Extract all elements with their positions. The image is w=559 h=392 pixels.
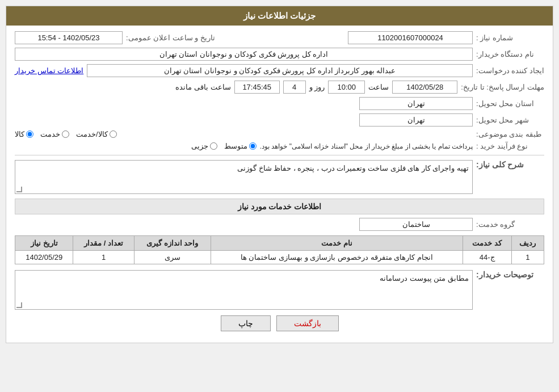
city-row: شهر محل تحویل: تهران xyxy=(15,113,544,127)
table-cell-unit: سری xyxy=(134,251,211,264)
deadline-label: مهلت ارسال پاسخ: تا تاریخ: xyxy=(461,83,544,91)
process-option-2-label: متوسط xyxy=(224,142,247,150)
announce-label: تاریخ و ساعت اعلان عمومی: xyxy=(126,33,215,42)
category-option-2-label: خدمت xyxy=(40,130,60,138)
service-group-row: گروه خدمت: ساختمان xyxy=(15,218,544,231)
divider-1 xyxy=(15,155,544,155)
category-radio-group: کالا/خدمت خدمت کالا xyxy=(15,130,473,138)
service-group-label: گروه خدمت: xyxy=(476,220,544,229)
creator-value: عبداله بهور کاربرداز اداره کل پرورش فکری… xyxy=(87,64,473,77)
deadline-days-label: روز و xyxy=(309,83,325,91)
deadline-time-label: ساعت xyxy=(368,83,389,91)
process-option-1: جزیی xyxy=(191,142,217,150)
need-number-value: 1102001607000024 xyxy=(348,31,473,44)
buyer-desc-box: مطابق متن پیوست درسامانه xyxy=(15,270,473,310)
table-cell-code: ج-44 xyxy=(463,251,511,264)
deadline-days: 4 xyxy=(283,81,306,94)
buyer-desc-label: توصیحات خریدار: xyxy=(476,270,544,279)
deadline-row: مهلت ارسال پاسخ: تا تاریخ: 1402/05/28 سا… xyxy=(15,81,544,94)
creator-label: ایجاد کننده درخواست: xyxy=(476,66,544,75)
table-row: 1ج-44انجام کارهای متفرقه درخصوص بازسازی … xyxy=(15,251,544,264)
process-radio-mota[interactable] xyxy=(249,142,257,150)
back-button[interactable]: بازگشت xyxy=(276,315,339,331)
process-radio-group: متوسط جزیی xyxy=(15,142,257,150)
buyer-org-row: نام دستگاه خریدار: اداره کل پرورش فکری ک… xyxy=(15,48,544,61)
category-option-2: خدمت xyxy=(40,130,69,138)
deadline-date: 1402/05/28 xyxy=(392,81,457,94)
description-text: تهیه واجرای کار های فلزی ساخت وتعمیرات د… xyxy=(237,164,469,172)
category-option-1: کالا xyxy=(15,130,33,138)
col-qty: تعداد / مقدار xyxy=(73,236,134,251)
city-value: تهران xyxy=(359,113,473,127)
table-cell-row: 1 xyxy=(511,251,544,264)
category-option-3-label: کالا/خدمت xyxy=(76,130,108,138)
col-unit: واحد اندازه گیری xyxy=(134,236,211,251)
buyer-org-label: نام دستگاه خریدار: xyxy=(476,50,544,58)
description-row: شرح کلی نیاز: تهیه واجرای کار های فلزی س… xyxy=(15,160,544,194)
process-radio-jozi[interactable] xyxy=(210,142,217,150)
announce-value: 1402/05/23 - 15:54 xyxy=(15,31,123,44)
city-label: شهر محل تحویل: xyxy=(476,116,544,124)
buyer-desc-row: توصیحات خریدار: مطابق متن پیوست درسامانه xyxy=(15,270,544,310)
buyer-org-value: اداره کل پرورش فکری کودکان و نوجوانان اس… xyxy=(15,48,473,61)
process-option-1-label: جزیی xyxy=(191,142,208,150)
table-cell-date: 1402/05/29 xyxy=(15,251,73,264)
print-button[interactable]: چاپ xyxy=(221,315,271,331)
table-cell-qty: 1 xyxy=(73,251,134,264)
process-note: پرداخت تمام یا بخشی از مبلغ خریدار از مح… xyxy=(260,142,473,150)
process-row: نوع فرآیند خرید : پرداخت تمام یا بخشی از… xyxy=(15,142,544,150)
services-section-title: اطلاعات خدمات مورد نیاز xyxy=(15,199,544,214)
page-title: جزئیات اطلاعات نیاز xyxy=(6,6,553,26)
deadline-remaining: 17:45:45 xyxy=(234,81,280,94)
col-code: کد خدمت xyxy=(463,236,511,251)
page-wrapper: جزئیات اطلاعات نیاز شماره نیاز : 1102001… xyxy=(0,0,559,392)
col-name: نام خدمت xyxy=(211,236,463,251)
description-box: تهیه واجرای کار های فلزی ساخت وتعمیرات د… xyxy=(15,160,473,194)
deadline-time: 10:00 xyxy=(328,81,365,94)
process-option-2: متوسط xyxy=(224,142,257,150)
buyer-desc-text: مطابق متن پیوست درسامانه xyxy=(380,274,469,283)
category-option-1-label: کالا xyxy=(15,130,24,138)
content-area: شماره نیاز : 1102001607000024 تاریخ و سا… xyxy=(6,26,553,343)
creator-row: ایجاد کننده درخواست: عبداله بهور کاربردا… xyxy=(15,64,544,77)
creator-contact-link[interactable]: اطلاعات تماس خریدار xyxy=(15,66,83,75)
province-row: استان محل تحویل: تهران xyxy=(15,97,544,110)
service-group-value: ساختمان xyxy=(359,218,473,231)
deadline-remaining-label: ساعت باقی مانده xyxy=(175,83,230,91)
need-number-row: شماره نیاز : 1102001607000024 تاریخ و سا… xyxy=(15,31,544,44)
col-date: تاریخ نیاز xyxy=(15,236,73,251)
category-radio-khadmat[interactable] xyxy=(62,130,69,138)
col-row: ردیف xyxy=(511,236,544,251)
description-label: شرح کلی نیاز: xyxy=(476,160,544,169)
category-row: طبقه بندی موضوعی: کالا/خدمت خدمت کالا xyxy=(15,130,544,138)
need-number-label: شماره نیاز : xyxy=(476,33,544,42)
services-table: ردیف کد خدمت نام خدمت واحد اندازه گیری ت… xyxy=(15,235,544,264)
category-radio-kala[interactable] xyxy=(26,130,33,138)
category-radio-khadmat-kala[interactable] xyxy=(110,130,117,138)
buyer-desc-resize-handle[interactable] xyxy=(16,302,22,308)
category-option-3: کالا/خدمت xyxy=(76,130,117,138)
category-label: طبقه بندی موضوعی: xyxy=(476,130,544,138)
table-cell-name: انجام کارهای متفرقه درخصوص بازسازی و بهس… xyxy=(211,251,463,264)
table-header-row: ردیف کد خدمت نام خدمت واحد اندازه گیری ت… xyxy=(15,236,544,251)
province-label: استان محل تحویل: xyxy=(476,99,544,108)
main-container: جزئیات اطلاعات نیاز شماره نیاز : 1102001… xyxy=(6,6,553,343)
buttons-row: بازگشت چاپ xyxy=(15,315,544,331)
resize-handle[interactable] xyxy=(16,187,22,192)
process-label: نوع فرآیند خرید : xyxy=(476,142,544,150)
province-value: تهران xyxy=(359,97,473,110)
